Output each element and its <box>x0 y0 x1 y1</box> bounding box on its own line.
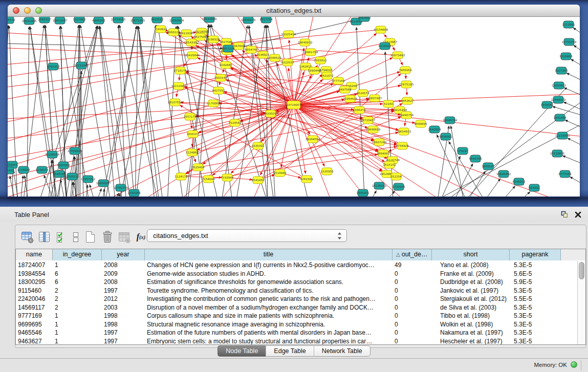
graph-node[interactable]: 8617754 <box>260 17 273 23</box>
cell-year[interactable]: 1998 <box>102 312 145 320</box>
graph-node[interactable]: 9643786 <box>469 155 482 162</box>
graph-node[interactable]: 10653287 <box>53 17 68 24</box>
graph-node[interactable]: 7485063 <box>399 67 412 74</box>
graph-node[interactable]: 8912934 <box>180 30 193 37</box>
graph-node[interactable]: 10945462 <box>496 170 511 178</box>
cell-year[interactable]: 1997 <box>102 337 145 345</box>
graph-node[interactable]: 62160 <box>383 100 394 107</box>
cell-title[interactable]: Embryonic stem cells: a model to study s… <box>145 337 393 345</box>
cell-year[interactable]: 2008 <box>102 278 145 287</box>
graph-node[interactable]: 1124175 <box>175 173 188 180</box>
graph-node[interactable]: 16154808 <box>374 26 388 33</box>
graph-node[interactable]: 1405572 <box>8 17 15 24</box>
cell-year[interactable]: 2008 <box>102 261 145 270</box>
citation-network-graph[interactable]: 7163822886012889129342322605898275081654… <box>8 17 580 196</box>
graph-node[interactable]: 9938561 <box>440 133 452 140</box>
graph-node[interactable]: 1327602 <box>73 17 86 23</box>
cell-short[interactable]: Yano et al. (2008) <box>432 261 510 270</box>
graph-node[interactable]: 391939 <box>8 167 14 174</box>
cell-year[interactable]: 1997 <box>102 329 145 337</box>
cell-out_de[interactable]: 0 <box>393 312 432 320</box>
cell-pagerank[interactable]: 5.3E-5 <box>510 303 561 312</box>
graph-node[interactable]: 1115688 <box>17 166 30 173</box>
cell-title[interactable]: Investigating the contribution of common… <box>145 295 393 303</box>
graph-node[interactable]: 15751074 <box>562 38 577 46</box>
graph-node[interactable]: 1733426 <box>393 183 405 190</box>
cell-out_de[interactable]: 0 <box>393 295 432 303</box>
graph-node[interactable]: 1170065 <box>207 100 220 107</box>
graph-node[interactable]: 1656377 <box>187 130 200 138</box>
cell-name[interactable]: 9699695 <box>16 320 53 329</box>
graph-node[interactable]: 679197 <box>457 147 468 155</box>
graph-node[interactable]: 7955812 <box>314 57 327 64</box>
graph-node[interactable]: 7615522 <box>151 17 164 23</box>
cell-pagerank[interactable]: 5.3E-5 <box>510 320 561 329</box>
cell-in_degree[interactable]: 1 <box>53 261 102 270</box>
cell-title[interactable]: Estimation of the future numbers of pati… <box>145 329 393 337</box>
cell-title[interactable]: Estimation of significance thresholds fo… <box>145 278 393 287</box>
cell-year[interactable]: 2012 <box>102 295 145 303</box>
cell-pagerank[interactable]: 5.9E-5 <box>510 278 561 287</box>
cell-short[interactable]: Tibbo et al. (1998) <box>432 312 510 320</box>
cell-name[interactable]: 19384554 <box>16 270 53 278</box>
graph-node[interactable]: 2803144 <box>214 74 227 81</box>
cell-name[interactable]: 9463627 <box>16 337 53 345</box>
cell-title[interactable]: Disruption of a novel member of a sodium… <box>145 303 393 312</box>
table-row[interactable]: 969969511998Structural magnetic resonanc… <box>16 320 577 329</box>
cell-out_de[interactable]: 0 <box>393 329 432 337</box>
graph-node[interactable]: 12975185 <box>399 81 414 88</box>
cell-name[interactable]: 18300295 <box>16 278 53 287</box>
select-column-icon[interactable] <box>37 230 51 244</box>
cell-name[interactable]: 9115460 <box>16 287 53 295</box>
new-table-icon[interactable] <box>83 230 97 244</box>
graph-node[interactable]: 1234275 <box>36 166 49 173</box>
cell-title[interactable]: Genome-wide association studies in ADHD. <box>145 270 393 278</box>
cell-pagerank[interactable]: 5.5E-5 <box>510 295 561 303</box>
graph-node[interactable]: 7163822 <box>155 26 167 33</box>
cell-pagerank[interactable]: 5.6E-5 <box>510 270 561 278</box>
graph-node[interactable]: 8322037 <box>281 59 294 66</box>
graph-node[interactable]: 1335950 <box>321 168 334 175</box>
cell-pagerank[interactable]: 5.3E-5 <box>510 287 561 295</box>
cell-pagerank[interactable]: 5.3E-5 <box>510 329 561 337</box>
graph-node[interactable]: 19958167 <box>96 180 111 187</box>
network-canvas[interactable]: 7163822886012889129342322605898275081654… <box>8 17 580 196</box>
graph-node[interactable]: 9463627 <box>401 97 414 104</box>
graph-node[interactable]: 2055317 <box>38 17 51 23</box>
graph-node[interactable]: 8860128 <box>167 29 180 36</box>
network-window-titlebar[interactable]: citations_edges.txt <box>8 5 580 17</box>
cell-out_de[interactable]: 0 <box>393 320 432 329</box>
function-builder-icon[interactable]: f(x) <box>134 230 148 244</box>
graph-node[interactable]: 8857224 <box>222 45 235 52</box>
graph-node[interactable]: 16961758 <box>303 49 318 56</box>
table-row[interactable]: 977716911998Corpus callosum shape and si… <box>16 312 577 320</box>
cell-year[interactable]: 1997 <box>102 287 145 295</box>
cell-name[interactable]: 9777169 <box>16 312 53 320</box>
cell-out_de[interactable]: 0 <box>393 278 432 287</box>
graph-node[interactable]: 8245012 <box>513 178 526 185</box>
graph-node[interactable]: 1518445 <box>274 169 287 177</box>
graph-node[interactable]: 1588520 <box>269 54 281 61</box>
graph-node[interactable]: 20206556 <box>45 151 60 158</box>
table-row[interactable]: 1938455462009Genome-wide association stu… <box>16 270 577 278</box>
graph-node[interactable]: 8261509 <box>300 176 313 183</box>
graph-node[interactable]: 10688609 <box>366 126 381 133</box>
graph-node[interactable]: 6497568 <box>339 86 352 93</box>
tab-node-table[interactable]: Node Table <box>217 345 266 357</box>
graph-node[interactable]: 12444139 <box>551 96 566 103</box>
graph-node[interactable]: 2057173 <box>184 113 197 120</box>
graph-node[interactable]: 7193946 <box>221 174 234 181</box>
graph-node[interactable]: 1621072 <box>321 72 334 79</box>
graph-node[interactable]: 1541964 <box>554 114 567 121</box>
cell-pagerank[interactable]: 5.3E-5 <box>510 261 561 270</box>
cell-name[interactable]: 18724007 <box>16 261 53 270</box>
import-table-icon[interactable] <box>117 230 131 244</box>
graph-node[interactable]: 19654923 <box>397 128 411 135</box>
cell-title[interactable]: Corpus callosum shape and size in male p… <box>145 312 393 320</box>
graph-node[interactable]: 17957212 <box>81 176 95 183</box>
graph-node[interactable]: 1615152 <box>383 161 396 168</box>
column-header-in_degree[interactable]: in_degree <box>53 249 102 260</box>
cell-in_degree[interactable]: 2 <box>53 295 102 303</box>
graph-node[interactable]: 23325419 <box>281 31 296 38</box>
scrollbar-thumb[interactable] <box>579 262 584 279</box>
